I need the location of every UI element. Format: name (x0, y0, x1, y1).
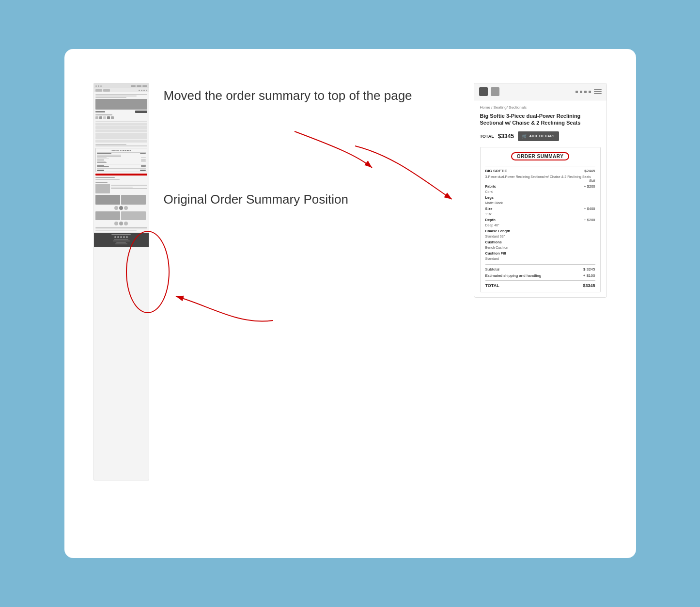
fabric-price: + $200 (584, 184, 595, 189)
total-row: TOTAL $3345 (485, 283, 595, 288)
chaise-value: Standard 63" (485, 235, 595, 238)
depth-value: Deep 40" (485, 224, 595, 227)
divider-top (485, 166, 595, 166)
cushions-value: Bench Cushion (485, 246, 595, 249)
add-to-cart-label: ADD TO CART (529, 134, 556, 138)
order-item-desc: 3-Piece dual-Power Reclining Sectional w… (485, 175, 595, 179)
cushions-label: Cushions (485, 240, 502, 244)
size-price: + $400 (584, 207, 595, 211)
nav-icon (491, 87, 499, 96)
cart-icon: 🛒 (522, 134, 528, 139)
subtotal-row: Subtotal $ 3245 (485, 267, 595, 272)
cushion-fill-value: Standard (485, 257, 595, 260)
total-label: TOTAL (480, 134, 494, 139)
breadcrumb: Home / Seating/ Sectionals (480, 105, 601, 110)
order-item-row: BIG SOFTIE $2445 (485, 169, 595, 173)
annotation-area: Moved the order summary to top of the pa… (149, 78, 474, 208)
shipping-value: + $100 (583, 273, 595, 278)
cushion-fill-label: Cushion Fill (485, 251, 506, 256)
logo-icon (479, 87, 488, 96)
order-edit-link[interactable]: Edit (485, 179, 595, 182)
add-to-cart-button[interactable]: 🛒 ADD TO CART (518, 131, 559, 141)
shipping-label: Estimated shipping and handling (485, 273, 542, 278)
order-attr-row-cushion-fill: Cushion Fill (485, 251, 595, 256)
fabric-label: Fabric (485, 184, 497, 189)
legs-label: Legs (485, 195, 494, 200)
order-attr-row-chaise: Chaise Length (485, 229, 595, 233)
total-label-summary: TOTAL (485, 283, 499, 288)
fabric-value: Coral (485, 190, 595, 193)
product-panel: Home / Seating/ Sectionals Big Softie 3-… (474, 83, 607, 298)
size-value: 116" (485, 212, 595, 216)
order-summary-title: ORDER SUMMARY (511, 152, 570, 160)
order-summary-section: ORDER SUMMARY BIG SOFTIE $2445 3-Piece d… (480, 147, 601, 292)
depth-price: + $200 (584, 218, 595, 222)
product-title: Big Softie 3-Piece dual-Power Reclining … (480, 112, 601, 127)
legs-value: Matte Black (485, 201, 595, 205)
divider-total (485, 280, 595, 281)
nav-dots (576, 91, 591, 93)
total-value-summary: $3345 (583, 283, 595, 288)
thumbnail-strip: ORDER SUMMARY (93, 83, 149, 480)
order-item-name: BIG SOFTIE (485, 169, 507, 173)
price-value: $3345 (498, 133, 514, 140)
order-attr-row-cushions: Cushions (485, 240, 595, 244)
size-label: Size (485, 207, 493, 211)
annotation-bottom-text: Original Order Summary Position (164, 192, 474, 208)
chaise-label: Chaise Length (485, 229, 511, 233)
main-card: ORDER SUMMARY (64, 49, 636, 558)
order-attr-row-legs: Legs (485, 195, 595, 200)
order-attributes: Fabric + $200 Coral Legs Matte Black (485, 184, 595, 260)
thumbnail-page: ORDER SUMMARY (93, 83, 149, 480)
panel-nav (474, 83, 607, 100)
subtotal-value: $ 3245 (583, 267, 595, 272)
divider-subtotal (485, 264, 595, 265)
price-cart-row: TOTAL $3345 🛒 ADD TO CART (480, 131, 601, 141)
depth-label: Depth (485, 218, 496, 222)
subtotal-label: Subtotal (485, 267, 499, 272)
order-attr-row-size: Size + $400 (485, 207, 595, 211)
shipping-row: Estimated shipping and handling + $100 (485, 273, 595, 278)
panel-body: Home / Seating/ Sectionals Big Softie 3-… (474, 100, 607, 297)
order-attr-row-fabric: Fabric + $200 (485, 184, 595, 189)
order-attr-row-depth: Depth + $200 (485, 218, 595, 222)
hamburger-icon[interactable] (594, 89, 602, 94)
order-item-price: $2445 (584, 169, 595, 173)
annotation-top-text: Moved the order summary to top of the pa… (164, 88, 474, 104)
